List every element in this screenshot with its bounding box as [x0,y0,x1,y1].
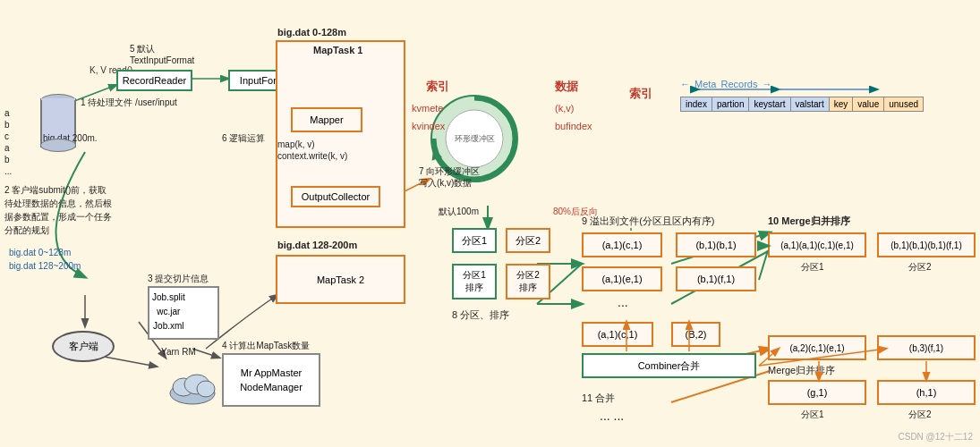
partition1-label2: 分区1 [801,261,824,274]
merge-result1-label: (a,1)(a,1)(c,1)(e,1) [780,240,854,250]
combiner-B2-label: (B,2) [686,329,707,340]
step3-box: Job.splitwc.jarJob.xml [148,286,219,340]
partition2-sort-box: 分区2排序 [506,264,550,299]
partition2-box: 分区2 [506,228,550,253]
file-content-label: a b c a b ... [4,107,12,177]
header-valstart: valstart [791,97,830,111]
index-detected-label: 索引 [629,86,652,102]
spill-b1f1-label: (b,1)(f,1) [697,274,735,284]
merge-result2-label: (b,1)(b,1)(b,1)(f,1) [891,240,961,250]
partition1-final-label: 分区1 [801,409,824,421]
input-file [40,89,76,152]
maptask1-file-label: big.dat 0-128m [277,27,346,38]
header-key: key [830,97,854,111]
combiner-result2-box: (b,3)(f,1) [877,335,976,360]
map-kv-label: map(k, v)context.write(k, v) [277,139,347,162]
partition2-final-label: 分区2 [908,409,932,421]
step9-label: 9 溢出到文件(分区且区内有序) [582,215,715,228]
step10-label: 10 Merge归并排序 [768,215,850,228]
partition1-sort-label: 分区1排序 [463,269,486,294]
outputcollector-box: OutputCollector [291,186,380,207]
step3-label: 3 提交切片信息 [148,273,209,285]
combiner-box: Combiner合并 [582,353,756,378]
kv-data-label: (k,v) [555,103,574,114]
header-partion: partion [712,97,750,111]
step3-items: Job.splitwc.jarJob.xml [152,291,185,333]
watermark: CSDN @12十二12 [898,431,973,443]
spill-a1c1-label: (a,1)(c,1) [602,240,643,250]
diagram: a b c a b ... big.dat 200m. 1 待处理文件 /use… [0,0,980,447]
maptask2-box: MapTask 2 [276,255,405,304]
meta-label: Meta [695,79,716,89]
spill-a1e1-label: (a,1)(e,1) [601,274,642,284]
step5-label: 5 默认TextInputFormat [130,43,194,66]
svg-text:环形缓冲区: 环形缓冲区 [455,134,495,143]
partition2-label2: 分区2 [908,261,932,274]
nodemanager-label: NodeManager [240,382,303,392]
combiner-a1c1-box: (a,1)(c,1) [582,322,653,347]
header-unused: unused [884,97,923,111]
kvindex-label: kvindex [412,121,445,131]
outputcollector-label: OutputCollector [302,191,370,202]
combiner-B2-box: (B,2) [671,322,720,347]
partition2-sort-label: 分区2排序 [516,269,540,294]
step7-label: 7 向环形缓冲区写入(k,v)数据 [419,165,480,189]
final-h1-box: (h,1) [877,380,976,405]
meta-records-header: ← Meta Records → [680,79,771,89]
step11-label: 11 合并 [582,392,615,405]
data-label: 数据 [555,79,578,95]
step1-label: 1 待处理文件 /user/input [81,97,177,109]
merge-result2-box: (b,1)(b,1)(b,1)(f,1) [877,232,976,257]
partition1-sort-box: 分区1排序 [452,264,497,299]
header-index: index [681,97,712,111]
svg-line-15 [192,349,219,358]
kvmete-label: kvmete [412,103,443,114]
spill-a1e1-box: (a,1)(e,1) [582,266,662,291]
combiner-a1c1-label: (a,1)(c,1) [598,329,638,340]
dots1-label: ··· [618,298,628,312]
merge-sort2-label: Merge归并排序 [768,364,835,377]
partition1-label: 分区1 [462,234,487,248]
step8-label: 8 分区、排序 [452,308,509,322]
spill-a1c1-box: (a,1)(c,1) [582,232,662,257]
dots3-label: ··· ··· [600,411,624,426]
partition2-label: 分区2 [516,234,541,248]
final-g1-label: (g,1) [807,387,828,398]
step2-label: 2 客户端submit()前，获取待处理数据的信息，然后根据参数配置，形成一个任… [4,183,152,237]
spill-b1b1-box: (b,1)(b,1) [676,232,756,257]
spill-b1b1-label: (b,1)(b,1) [695,240,736,250]
svg-line-33 [759,250,768,280]
header-value: value [853,97,884,111]
final-h1-label: (h,1) [916,387,937,398]
yarn-label: Yarn RM [161,347,196,357]
svg-point-26 [197,381,215,397]
default100m-label: 默认100m [439,206,479,218]
partition1-box: 分区1 [452,228,497,253]
header-table: index partion keystart valstart key valu… [680,97,924,112]
client-ellipse: 客户端 [52,331,115,362]
combiner-result2-label: (b,3)(f,1) [909,343,943,353]
combiner-label: Combiner合并 [638,359,701,373]
mapper-label: Mapper [310,114,343,125]
combiner-result1-label: (a,2)(c,1)(e,1) [789,343,844,353]
cloud-shape [166,362,219,407]
combiner-result1-box: (a,2)(c,1)(e,1) [768,335,866,360]
recordreader-label: RecordReader [123,75,187,86]
bufindex-label: bufindex [555,121,592,131]
mapper-box: Mapper [291,107,362,132]
index-label: 索引 [426,79,449,95]
records-label: Records [720,79,757,89]
client-label: 客户端 [69,340,98,353]
header-keystart: keystart [749,97,790,111]
maptask2-label: MapTask 2 [317,274,364,285]
recordreader-box: RecordReader [116,70,192,91]
step4-box: Mr AppMaster NodeManager [222,353,320,407]
final-g1-box: (g,1) [768,380,866,405]
merge-result1-box: (a,1)(a,1)(c,1)(e,1) [768,232,866,257]
maptask1-label: MapTask 1 [313,45,362,55]
maptask2-file-label: big.dat 128-200m [277,240,357,250]
appmaster-label: Mr AppMaster [241,367,302,378]
step2-links: big.dat 0~128mbig.dat 128~200m [9,246,81,273]
spill-b1f1-box: (b,1)(f,1) [676,266,756,291]
step4-label: 4 计算出MapTask数量 [222,340,310,352]
